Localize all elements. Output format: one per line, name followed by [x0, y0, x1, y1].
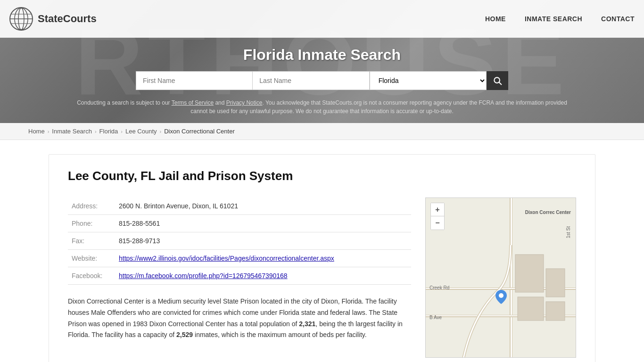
svg-point-20 — [499, 293, 504, 298]
svg-rect-18 — [546, 269, 565, 297]
site-name: StateCourts — [38, 13, 97, 25]
logo-icon — [9, 7, 33, 31]
fax-value: 815-288-9713 — [115, 232, 411, 250]
fax-label: Fax: — [68, 232, 115, 250]
phone-row: Phone: 815-288-5561 — [68, 215, 411, 232]
content-right: 1st St Dixon Correc Center Creek Rd B Av… — [425, 197, 576, 358]
content-wrapper: Lee County, FL Jail and Prison System Ad… — [49, 154, 595, 362]
svg-rect-11 — [511, 198, 512, 358]
breadcrumb-home[interactable]: Home — [28, 128, 45, 135]
privacy-link[interactable]: Privacy Notice — [226, 99, 263, 106]
disclaimer: Conducting a search is subject to our Te… — [63, 99, 581, 123]
breadcrumb-inmate-search[interactable]: Inmate Search — [52, 128, 92, 135]
last-name-input[interactable] — [252, 71, 369, 90]
phone-value: 815-288-5561 — [115, 215, 411, 232]
pin-icon — [495, 290, 507, 304]
terms-link[interactable]: Terms of Service — [172, 99, 214, 106]
svg-line-7 — [499, 82, 502, 85]
breadcrumb-sep-3: › — [121, 129, 123, 134]
breadcrumb-sep-1: › — [48, 129, 50, 134]
breadcrumb-sep-2: › — [95, 129, 97, 134]
breadcrumb: Home › Inmate Search › Florida › Lee Cou… — [0, 123, 644, 140]
content-left: Address: 2600 N. Brinton Avenue, Dixon, … — [68, 197, 411, 358]
description: Dixon Correctional Center is a Medium se… — [68, 296, 411, 341]
population-value: 2,321 — [299, 320, 315, 328]
map-controls: + − — [430, 203, 445, 230]
nav-links: HOME INMATE SEARCH CONTACT — [485, 15, 635, 23]
svg-rect-16 — [515, 255, 544, 292]
map-label-facility: Dixon Correc Center — [525, 210, 571, 215]
search-title: Florida Inmate Search — [9, 46, 635, 64]
top-navigation: StateCourts HOME INMATE SEARCH CONTACT — [0, 0, 644, 38]
map-label-road1: Creek Rd — [429, 285, 449, 290]
map-label-street: 1st St — [566, 226, 571, 239]
nav-inmate-search[interactable]: INMATE SEARCH — [525, 15, 582, 23]
map-label-road2: B Ave — [429, 315, 442, 320]
website-link[interactable]: https://www2.illinois.gov/idoc/facilitie… — [119, 255, 334, 262]
breadcrumb-county[interactable]: Lee County — [125, 128, 157, 135]
address-value: 2600 N. Brinton Avenue, Dixon, IL 61021 — [115, 197, 411, 215]
search-row: Select State AlabamaAlaskaArizona Arkans… — [136, 71, 508, 90]
website-row: Website: https://www2.illinois.gov/idoc/… — [68, 250, 411, 267]
breadcrumb-state[interactable]: Florida — [99, 128, 118, 135]
breadcrumb-current: Dixon Correctional Center — [164, 128, 235, 135]
map-zoom-out[interactable]: − — [431, 216, 444, 230]
svg-rect-17 — [518, 297, 544, 321]
logo[interactable]: StateCourts — [9, 7, 97, 31]
nav-contact[interactable]: CONTACT — [601, 15, 635, 23]
search-area: Florida Inmate Search Select State Alaba… — [0, 38, 644, 95]
map-zoom-in[interactable]: + — [431, 203, 444, 216]
phone-label: Phone: — [68, 215, 115, 232]
breadcrumb-sep-4: › — [160, 129, 162, 134]
facebook-label: Facebook: — [68, 267, 115, 285]
content-row: Address: 2600 N. Brinton Avenue, Dixon, … — [68, 197, 576, 358]
facebook-row: Facebook: https://m.facebook.com/profile… — [68, 267, 411, 285]
map-pin — [495, 290, 507, 305]
info-table: Address: 2600 N. Brinton Avenue, Dixon, … — [68, 197, 411, 285]
capacity-value: 2,529 — [176, 331, 193, 338]
facebook-value: https://m.facebook.com/profile.php?id=12… — [115, 267, 411, 285]
map-container: 1st St Dixon Correc Center Creek Rd B Av… — [425, 197, 576, 358]
search-button[interactable] — [487, 71, 508, 90]
search-icon — [493, 76, 502, 85]
address-label: Address: — [68, 197, 115, 215]
nav-home[interactable]: HOME — [485, 15, 506, 23]
main-content: Lee County, FL Jail and Prison System Ad… — [20, 140, 624, 362]
state-select[interactable]: Select State AlabamaAlaskaArizona Arkans… — [370, 71, 487, 90]
map-svg — [426, 198, 576, 358]
website-label: Website: — [68, 250, 115, 267]
fax-row: Fax: 815-288-9713 — [68, 232, 411, 250]
facebook-link[interactable]: https://m.facebook.com/profile.php?id=12… — [119, 272, 288, 280]
address-row: Address: 2600 N. Brinton Avenue, Dixon, … — [68, 197, 411, 215]
page-heading: Lee County, FL Jail and Prison System — [68, 169, 576, 183]
first-name-input[interactable] — [136, 71, 252, 90]
svg-rect-19 — [546, 302, 565, 321]
website-value: https://www2.illinois.gov/idoc/facilitie… — [115, 250, 411, 267]
